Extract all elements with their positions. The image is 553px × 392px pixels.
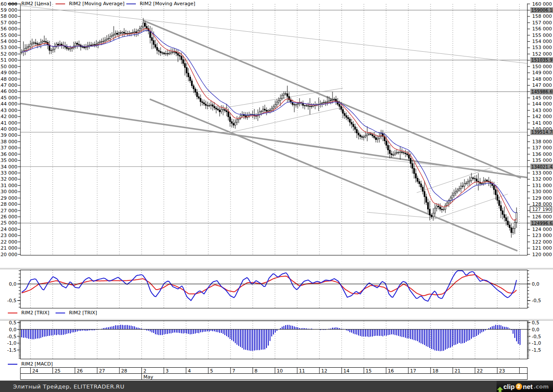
svg-text:127 190: 127 190 xyxy=(532,207,551,212)
svg-text:132 000: 132 000 xyxy=(0,176,17,182)
svg-text:0,0: 0,0 xyxy=(532,281,540,287)
legend-label: RIM2 [Цена] xyxy=(21,1,51,7)
svg-text:0,0: 0,0 xyxy=(9,327,17,333)
svg-text:151 000: 151 000 xyxy=(0,57,17,63)
svg-text:135 000: 135 000 xyxy=(0,158,17,163)
price-legend-row: RIM2 [Цена]RIM2 [Moving Average]RIM2 [Mo… xyxy=(0,0,553,9)
date-cell-label: 21 xyxy=(454,368,461,374)
date-cell-label: 22 xyxy=(477,368,483,374)
svg-text:146 000: 146 000 xyxy=(0,89,17,94)
svg-text:124 000: 124 000 xyxy=(0,227,17,232)
svg-text:138 000: 138 000 xyxy=(0,139,17,145)
svg-text:131 000: 131 000 xyxy=(532,183,552,188)
svg-text:144 000: 144 000 xyxy=(0,101,17,107)
date-cell-label: 11 xyxy=(299,368,305,374)
ma-slow-blue-line xyxy=(22,30,517,213)
macd-histogram xyxy=(22,325,520,351)
price-axes: 120 000120 000121 000121 000122 000122 0… xyxy=(0,1,553,257)
logo-text-com: .com xyxy=(533,383,549,390)
svg-text:140 000: 140 000 xyxy=(0,126,17,132)
svg-text:124 000: 124 000 xyxy=(532,227,552,232)
svg-text:129 000: 129 000 xyxy=(0,195,17,201)
date-cell-label: 5 xyxy=(210,368,213,374)
svg-text:-0,5: -0,5 xyxy=(7,334,16,339)
svg-text:153 000: 153 000 xyxy=(0,45,17,50)
svg-text:136 000: 136 000 xyxy=(0,152,17,157)
svg-text:144 000: 144 000 xyxy=(532,101,552,107)
svg-text:122 000: 122 000 xyxy=(532,239,552,245)
legend-line-swatch-icon xyxy=(56,3,65,4)
svg-text:135 000: 135 000 xyxy=(532,158,552,163)
site-credit-label: Элитный Трейдер, ELITETRADER.RU xyxy=(13,383,125,390)
svg-text:-1,5: -1,5 xyxy=(7,347,16,353)
svg-text:121 000: 121 000 xyxy=(0,245,17,251)
clip2net-logo[interactable]: clip 2 net .com xyxy=(497,381,553,392)
date-cell-label: 18 xyxy=(432,368,438,374)
svg-text:150 000: 150 000 xyxy=(0,64,17,69)
svg-text:147 000: 147 000 xyxy=(0,82,17,88)
logo-text-net: net xyxy=(523,383,533,390)
legend-item: RIM2 [TRIX] xyxy=(56,310,97,316)
date-cell-label: 12 xyxy=(321,368,327,374)
date-cell-label: 3 xyxy=(166,368,169,374)
svg-text:158 000: 158 000 xyxy=(532,13,552,19)
svg-text:152 000: 152 000 xyxy=(0,51,17,57)
logo-text-clip: clip xyxy=(504,383,515,390)
svg-text:138 000: 138 000 xyxy=(532,139,552,145)
legend-label: RIM2 [TRIX] xyxy=(69,310,97,316)
svg-text:123 000: 123 000 xyxy=(532,233,552,238)
legend-item: RIM2 [Moving Average] xyxy=(126,1,195,7)
svg-text:-1,0: -1,0 xyxy=(532,340,541,346)
trix-legend-row: RIM2 [TRIX]RIM2 [TRIX] xyxy=(0,309,553,318)
svg-text:126 000: 126 000 xyxy=(532,214,552,220)
logo-badge-2: 2 xyxy=(516,383,522,390)
svg-text:126 000: 126 000 xyxy=(0,214,17,220)
svg-text:155 000: 155 000 xyxy=(532,33,552,38)
date-cell-label: 15 xyxy=(365,368,372,374)
date-cell-label: 27 xyxy=(99,368,105,374)
svg-text:-1,0: -1,0 xyxy=(7,340,16,346)
svg-text:141 000: 141 000 xyxy=(532,120,552,126)
svg-text:-0,5: -0,5 xyxy=(7,298,16,303)
chart-screenshot: 120 000120 000121 000121 000122 000122 0… xyxy=(0,0,553,392)
svg-text:132 000: 132 000 xyxy=(532,176,552,182)
svg-text:156 000: 156 000 xyxy=(532,26,552,32)
svg-text:142 000: 142 000 xyxy=(0,114,17,119)
svg-text:143 000: 143 000 xyxy=(0,108,17,113)
date-axis: 24252627282345781011121415161718212223Ma… xyxy=(0,367,553,380)
svg-text:133 000: 133 000 xyxy=(532,170,552,176)
date-cell-label: 7 xyxy=(232,368,235,374)
svg-text:131 000: 131 000 xyxy=(0,183,17,188)
svg-text:154 000: 154 000 xyxy=(0,39,17,44)
svg-text:157 000: 157 000 xyxy=(0,20,17,26)
svg-text:156 000: 156 000 xyxy=(0,26,17,32)
svg-text:137 000: 137 000 xyxy=(0,145,17,151)
svg-text:154 000: 154 000 xyxy=(532,39,552,44)
date-cell-label: 8 xyxy=(254,368,257,374)
date-cell-label: 17 xyxy=(410,368,416,374)
svg-text:148 000: 148 000 xyxy=(532,76,552,82)
svg-text:151035.97: 151035.97 xyxy=(531,58,553,63)
svg-text:152 000: 152 000 xyxy=(532,51,552,57)
svg-text:-0,5: -0,5 xyxy=(532,298,541,303)
date-cell-label: 2 xyxy=(143,368,146,374)
svg-text:-1,5: -1,5 xyxy=(532,347,541,353)
svg-text:142 000: 142 000 xyxy=(532,114,552,119)
trix-blue-line xyxy=(22,271,517,301)
date-cell-label: 4 xyxy=(188,368,191,374)
svg-text:157 000: 157 000 xyxy=(532,20,552,26)
svg-text:145 000: 145 000 xyxy=(0,95,17,101)
svg-text:148 000: 148 000 xyxy=(0,76,17,82)
date-cell-label: 25 xyxy=(55,368,61,374)
svg-text:145986.69: 145986.69 xyxy=(531,89,553,94)
svg-text:150 000: 150 000 xyxy=(532,64,552,69)
svg-text:134 000: 134 000 xyxy=(0,164,17,170)
legend-line-swatch-icon xyxy=(56,313,65,313)
date-cell-label: 10 xyxy=(277,368,283,374)
legend-label: RIM2 [Moving Average] xyxy=(69,1,125,7)
svg-text:136 000: 136 000 xyxy=(532,152,552,157)
legend-line-swatch-icon xyxy=(8,313,17,313)
legend-line-swatch-icon xyxy=(8,3,17,4)
svg-text:143 000: 143 000 xyxy=(532,108,552,113)
svg-text:147 000: 147 000 xyxy=(532,82,552,88)
